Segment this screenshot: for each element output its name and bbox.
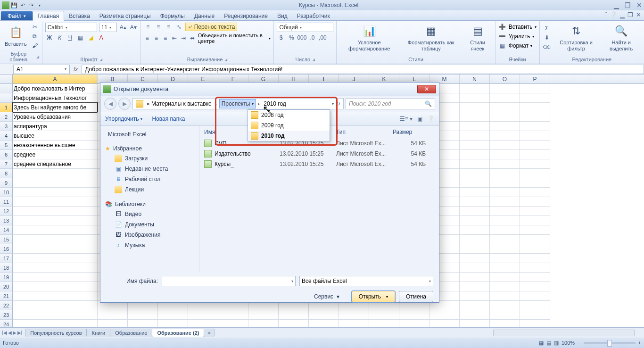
cell[interactable] [520,169,550,178]
filename-input[interactable]: ▾ [162,276,296,286]
cell[interactable] [460,225,490,235]
fill-icon[interactable]: ⬇ [543,33,551,42]
row-number[interactable]: 3 [0,122,13,131]
cell[interactable] [520,263,550,273]
cell[interactable] [460,141,490,150]
cell[interactable] [13,207,98,216]
cell[interactable] [13,178,98,188]
cell[interactable] [13,225,98,235]
row-number[interactable]: 12 [0,207,13,216]
back-button[interactable]: ◀ [104,98,116,110]
window-minimize-icon[interactable]: ▁ [620,11,625,18]
row-number[interactable]: 11 [0,197,13,207]
row-number[interactable]: 9 [0,178,13,188]
cell[interactable] [490,188,520,197]
align-center-icon[interactable]: ≡ [153,34,160,42]
file-row[interactable]: Курсы_ 13.02.2010 15:25 Лист Microsoft E… [199,159,439,169]
cell[interactable] [520,188,550,197]
cell[interactable] [460,254,490,263]
cell[interactable] [460,235,490,244]
cell[interactable] [520,159,550,169]
cell-styles-button[interactable]: ▤Стили ячеек [463,23,492,53]
preview-pane-icon[interactable]: ▣ [417,116,422,122]
font-name-select[interactable]: Calibri▾ [45,23,97,32]
cell[interactable]: Информационных Технолог [13,93,98,103]
cell[interactable] [490,150,520,159]
decrease-indent-icon[interactable]: ⇤ [171,34,178,42]
window-restore-icon[interactable]: ❐ [627,11,633,18]
increase-decimal-icon[interactable]: ,0 [308,33,316,42]
col-header[interactable]: N [460,75,490,83]
cell[interactable] [490,235,520,244]
cell[interactable] [158,310,188,320]
cell[interactable] [520,84,550,93]
file-tab[interactable]: Файл [1,11,33,20]
cell[interactable] [520,197,550,207]
cell[interactable] [460,216,490,225]
insert-cells-button[interactable]: ➕Вставить▾ [498,23,537,31]
col-header-a[interactable]: A [13,75,98,83]
cell[interactable] [520,150,550,159]
bold-icon[interactable]: Ж [45,33,54,42]
align-bottom-icon[interactable]: ≡ [165,23,173,31]
cell[interactable] [490,131,520,141]
cell[interactable] [460,273,490,282]
conditional-formatting-button[interactable]: 📊Условное форматирование [339,23,399,53]
row-number[interactable]: 13 [0,216,13,225]
restore-button[interactable]: ❐ [625,1,631,9]
forward-button[interactable]: ▶ [118,98,131,110]
cell[interactable] [460,103,490,112]
row-number[interactable]: 4 [0,131,13,141]
row-number[interactable]: 17 [0,254,13,263]
row-number[interactable]: 16 [0,244,13,254]
cell[interactable] [429,310,460,320]
tab-insert[interactable]: Вставка [64,11,95,20]
tab-data[interactable]: Данные [190,11,219,20]
cell[interactable] [13,188,98,197]
tab-layout[interactable]: Разметка страницы [95,11,156,20]
cell[interactable] [490,178,520,188]
cell[interactable] [520,291,550,301]
increase-indent-icon[interactable]: ⇥ [180,34,187,42]
cell[interactable] [460,197,490,207]
cell[interactable] [520,141,550,150]
cell[interactable] [339,310,369,320]
cell[interactable] [128,310,158,320]
qa-more-icon[interactable]: ▾ [36,1,43,9]
dialog-search-input[interactable]: Поиск: 2010 год 🔍 [346,98,435,109]
row-number[interactable]: 18 [0,263,13,273]
cut-icon[interactable]: ✂ [31,23,39,31]
cell[interactable] [490,216,520,225]
tab-review[interactable]: Рецензирование [219,11,272,20]
cell[interactable] [520,244,550,254]
row-number[interactable]: 10 [0,188,13,197]
sheet-tab[interactable]: Образование [110,329,152,337]
cell[interactable] [520,103,550,112]
cell[interactable] [98,310,128,320]
cell[interactable] [520,254,550,263]
sidebar-pictures[interactable]: 🖼Изображения [103,230,196,240]
redo-icon[interactable]: ↷ [27,1,35,9]
paste-button[interactable]: 📋 Вставить [3,24,29,48]
cell[interactable] [13,282,98,291]
cell[interactable] [460,291,490,301]
cell[interactable] [13,291,98,301]
cell[interactable] [13,169,98,178]
dialog-launcher-icon[interactable]: ◢ [36,55,39,59]
tab-developer[interactable]: Разработчик [292,11,335,20]
cell[interactable] [490,141,520,150]
cell[interactable] [520,235,550,244]
cell[interactable] [490,254,520,263]
format-painter-icon[interactable]: 🖌 [31,41,39,50]
cell[interactable] [520,225,550,235]
row-number[interactable]: 23 [0,310,13,320]
col-header[interactable]: O [490,75,520,83]
cell[interactable] [520,112,550,122]
cell[interactable] [13,244,98,254]
sidebar-music[interactable]: ♪Музыка [103,240,196,250]
row-number[interactable]: 19 [0,273,13,282]
sidebar-libraries[interactable]: 📚Библиотеки [103,199,196,209]
dialog-close-button[interactable]: ✕ [417,85,436,93]
cell[interactable] [13,197,98,207]
cell[interactable] [460,84,490,93]
